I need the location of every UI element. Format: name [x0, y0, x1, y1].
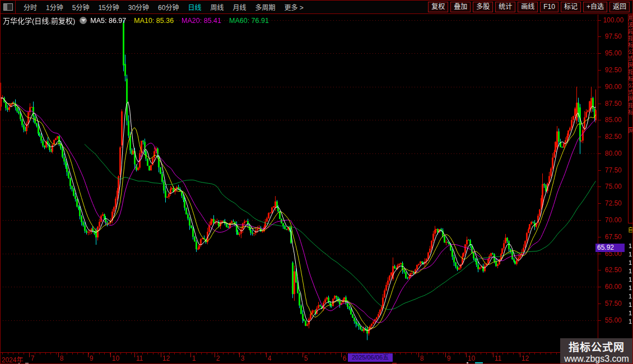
tab-period-7[interactable]: 周线: [210, 2, 224, 12]
toolbar-button-5[interactable]: F10: [540, 2, 558, 12]
tab-period-4[interactable]: 30分钟: [128, 2, 149, 12]
toolbar-divider: [15, 0, 16, 14]
period-tabs: 分时1分钟5分钟15分钟30分钟60分钟日线周线月线多周期更多 >: [19, 2, 308, 12]
site-watermark: 指标公式网 www.zbgs3.com: [560, 338, 633, 364]
tab-period-8[interactable]: 月线: [233, 2, 246, 12]
date-label: 10: [468, 354, 475, 362]
date-label: 9: [90, 354, 94, 362]
clipped-glyph: 自: [628, 225, 633, 234]
toolbar-button-8[interactable]: 返回: [609, 2, 630, 12]
ma-legend: MA5: 86.97MA10: 85.36MA20: 85.41MA60: 76…: [90, 16, 277, 25]
price-label: 80.00: [598, 150, 629, 157]
app-window: { "toolbar": { "periods": ["分时","1分钟","5…: [0, 0, 633, 364]
price-label: 70.00: [598, 216, 629, 224]
toolbar-button-2[interactable]: 多股: [473, 2, 493, 12]
date-label: 2: [216, 354, 220, 362]
toolbar-button-6[interactable]: 标记: [561, 2, 581, 12]
toolbar-button-7[interactable]: +自选: [583, 2, 607, 12]
date-label: 6: [343, 354, 347, 362]
tab-period-1[interactable]: 1分钟: [46, 2, 63, 12]
price-label: 72.50: [598, 199, 629, 207]
crosshair-price-badge: 65.92: [595, 244, 625, 252]
period-toolbar: 分时1分钟5分钟15分钟30分钟60分钟日线周线月线多周期更多 > 复权叠加多股…: [0, 0, 633, 14]
price-label: 82.50: [598, 133, 629, 141]
date-label: 2024年: [2, 354, 24, 364]
price-label: 100.00: [598, 16, 629, 24]
price-label: 60.00: [598, 283, 629, 291]
price-label: 67.50: [598, 233, 629, 241]
clipped-vertical-text: 用波段指标公式网指标公式网指标: [628, 15, 633, 128]
price-label: 95.00: [598, 49, 629, 57]
date-label: 10: [112, 354, 119, 362]
date-label: 8: [60, 354, 64, 362]
toolbar-button-3[interactable]: 统计: [495, 2, 515, 12]
clipped-right-strip: 用波段指标公式网指标公式网指标 指标公式网指标公式网指标公式网 自 111111…: [628, 15, 633, 338]
price-label: 75.00: [598, 183, 629, 190]
date-label: 7: [31, 354, 35, 362]
stock-title: 万华化学(日线.前复权): [3, 15, 75, 26]
watermark-url: www.zbgs3.com: [564, 354, 629, 364]
clipped-digit-column: 1111111111: [629, 242, 633, 326]
date-label: 8: [420, 354, 424, 362]
clipped-vertical-text: 指标公式网指标公式网指标公式网: [628, 127, 633, 223]
price-label: 92.50: [598, 66, 629, 74]
ma-value-0: MA5: 86.97: [90, 17, 126, 25]
ma-value-2: MA20: 85.41: [181, 17, 221, 25]
date-label: 11: [136, 354, 143, 362]
split-window-icon[interactable]: [3, 3, 13, 11]
date-label: 9: [447, 354, 451, 362]
tab-period-10[interactable]: 更多 >: [285, 2, 304, 12]
price-label: 85.00: [598, 116, 629, 124]
candlestick-chart[interactable]: [0, 0, 633, 364]
price-label: 87.50: [598, 100, 629, 108]
date-label: 3: [241, 354, 245, 362]
toolbar-buttons: 复权叠加多股统计画线F10标记+自选返回: [428, 2, 630, 12]
price-label: 55.00: [598, 316, 629, 324]
price-label: 90.00: [598, 83, 629, 91]
ma-value-1: MA10: 85.36: [134, 17, 174, 25]
tab-period-3[interactable]: 15分钟: [98, 2, 119, 12]
price-label: 57.50: [598, 300, 629, 307]
tab-period-2[interactable]: 5分钟: [72, 2, 90, 12]
toolbar-button-1[interactable]: 叠加: [450, 2, 471, 12]
date-label: 4: [268, 354, 272, 362]
tab-period-5[interactable]: 60分钟: [158, 2, 179, 12]
date-label: 12: [522, 354, 529, 362]
date-label: 12: [162, 354, 170, 362]
tab-period-9[interactable]: 多周期: [255, 2, 276, 12]
toolbar-button-0[interactable]: 复权: [428, 2, 448, 12]
date-label: 1: [192, 354, 196, 362]
date-label: 5: [304, 354, 308, 362]
ma-value-3: MA60: 76.91: [229, 17, 269, 25]
price-label: 77.50: [598, 166, 629, 174]
chevron-down-icon[interactable]: [80, 17, 87, 24]
date-label: 11: [495, 354, 501, 362]
tab-period-6[interactable]: 日线: [188, 2, 201, 12]
tab-period-0[interactable]: 分时: [24, 2, 37, 12]
toolbar-button-4[interactable]: 画线: [518, 2, 538, 12]
price-label: 97.50: [598, 32, 629, 40]
chart-header: 万华化学(日线.前复权) MA5: 86.97MA10: 85.36MA20: …: [3, 15, 277, 26]
crosshair-date-badge: 2025/06/06五: [348, 353, 393, 362]
price-label: 62.50: [598, 266, 629, 274]
watermark-title: 指标公式网: [569, 339, 625, 354]
